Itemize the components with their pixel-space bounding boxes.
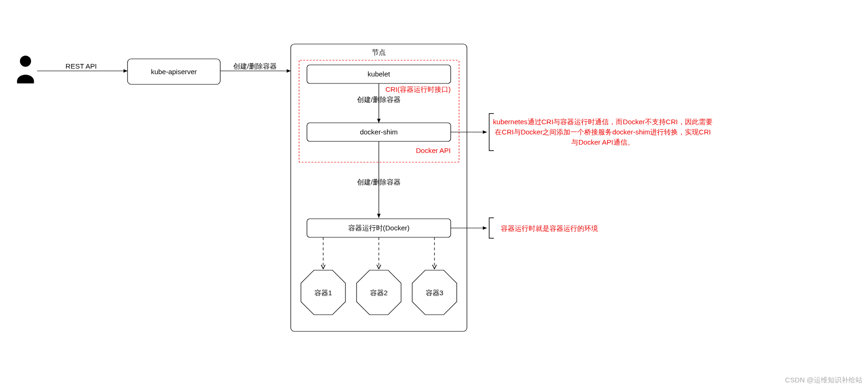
text-runtime: 容器运行时(Docker) <box>348 224 410 232</box>
note-shim-line1: kubernetes通过CRI与容器运行时通信，而Docker不支持CRI，因此… <box>493 118 712 126</box>
label-cri: CRI(容器运行时接口) <box>385 85 451 93</box>
architecture-diagram: REST API kube-apiserver 创建/删除容器 节点 kubel… <box>0 0 868 387</box>
text-kube-apiserver: kube-apiserver <box>151 68 197 76</box>
watermark: CSDN @运维知识补给站 <box>785 376 862 384</box>
label-create-delete-2: 创建/删除容器 <box>357 95 401 103</box>
note-runtime: 容器运行时就是容器运行的环境 <box>501 224 598 232</box>
label-docker-api: Docker API <box>416 146 451 154</box>
text-kubelet: kubelet <box>368 70 390 78</box>
label-create-delete-1: 创建/删除容器 <box>233 62 277 70</box>
text-container-3: 容器3 <box>426 289 443 297</box>
container-3: 容器3 <box>412 270 457 315</box>
label-create-delete-3: 创建/删除容器 <box>357 178 401 186</box>
text-container-1: 容器1 <box>314 289 332 297</box>
svg-point-0 <box>20 56 31 67</box>
text-container-2: 容器2 <box>370 289 388 297</box>
text-docker-shim: docker-shim <box>360 128 398 136</box>
label-rest-api: REST API <box>65 62 96 70</box>
user-icon <box>17 56 34 83</box>
text-node-title: 节点 <box>372 48 386 56</box>
bracket-runtime-note <box>489 218 494 238</box>
container-1: 容器1 <box>301 270 345 315</box>
container-2: 容器2 <box>357 270 401 315</box>
note-shim-line2: 在CRI与Docker之间添加一个桥接服务docker-shim进行转换，实现C… <box>495 128 711 136</box>
note-shim-line3: 与Docker API通信。 <box>571 138 634 146</box>
